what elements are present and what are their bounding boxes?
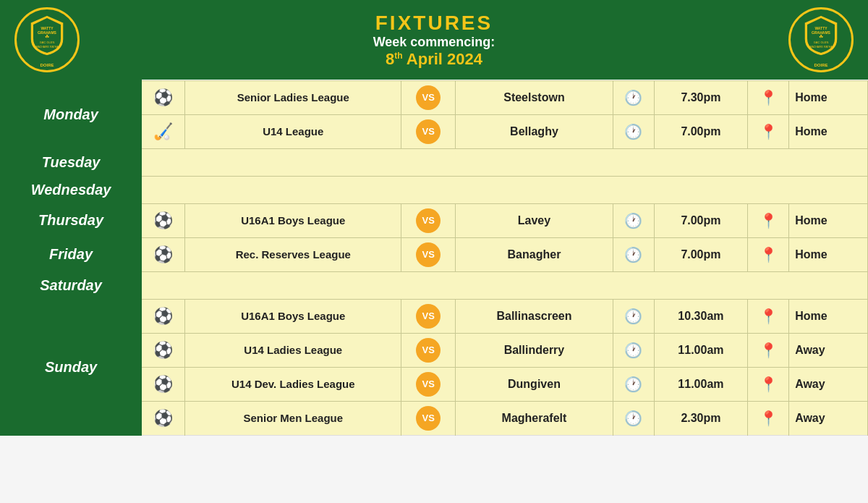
location-value: Away bbox=[789, 333, 868, 367]
location-value: Home bbox=[789, 299, 868, 333]
location-value: Away bbox=[789, 401, 868, 435]
svg-text:GAC GLEN: GAC GLEN bbox=[814, 41, 829, 44]
date-display: 8th April 2024 bbox=[373, 50, 495, 69]
fixtures-title: FIXTURES bbox=[373, 12, 495, 35]
time-value: 11.00am bbox=[654, 333, 747, 367]
opponent: Ballinascreen bbox=[456, 299, 613, 333]
table-row: Tuesday bbox=[1, 148, 868, 176]
sport-icon-football: ⚽ bbox=[141, 333, 185, 367]
league-name: U14 League bbox=[185, 114, 401, 148]
opponent: Dungiven bbox=[456, 367, 613, 401]
clock-icon: 🕐 bbox=[613, 80, 654, 114]
league-name: Senior Ladies League bbox=[185, 80, 401, 114]
location-icon: 📍 bbox=[748, 401, 789, 435]
opponent: Magherafelt bbox=[456, 401, 613, 435]
clock-icon: 🕐 bbox=[613, 114, 654, 148]
date-suffix: th bbox=[394, 50, 402, 60]
svg-text:GAC GLEN: GAC GLEN bbox=[40, 41, 55, 44]
league-name: U16A1 Boys League bbox=[185, 299, 401, 333]
day-friday: Friday bbox=[1, 237, 141, 271]
vs-badge: VS bbox=[416, 372, 441, 397]
location-value: Home bbox=[789, 80, 868, 114]
vs-badge: VS bbox=[416, 119, 441, 144]
location-icon: 📍 bbox=[748, 203, 789, 237]
league-name: U16A1 Boys League bbox=[185, 203, 401, 237]
time-value: 7.00pm bbox=[654, 114, 747, 148]
vs-cell: VS bbox=[401, 114, 456, 148]
svg-text:MACHAIRE RATHA: MACHAIRE RATHA bbox=[809, 46, 833, 48]
sport-icon-football: ⚽ bbox=[141, 237, 185, 271]
location-icon: 📍 bbox=[748, 237, 789, 271]
location-icon: 📍 bbox=[748, 80, 789, 114]
sport-icon-football: ⚽ bbox=[141, 401, 185, 435]
clock-icon: 🕐 bbox=[613, 367, 654, 401]
opponent: Ballinderry bbox=[456, 333, 613, 367]
vs-badge: VS bbox=[416, 242, 441, 267]
sport-icon-football: ⚽ bbox=[141, 299, 185, 333]
table-row: Thursday ⚽ U16A1 Boys League VS Lavey 🕐 … bbox=[1, 203, 868, 237]
league-name: U14 Dev. Ladies League bbox=[185, 367, 401, 401]
vs-cell: VS bbox=[401, 237, 456, 271]
opponent: Banagher bbox=[456, 237, 613, 271]
opponent: Lavey bbox=[456, 203, 613, 237]
time-value: 7.00pm bbox=[654, 237, 747, 271]
sport-icon-football: ⚽ bbox=[141, 367, 185, 401]
day-monday: Monday bbox=[1, 80, 141, 148]
location-value: Home bbox=[789, 237, 868, 271]
day-tuesday: Tuesday bbox=[1, 148, 141, 176]
day-sunday: Sunday bbox=[1, 299, 141, 435]
location-icon: 📍 bbox=[748, 367, 789, 401]
day-saturday: Saturday bbox=[1, 271, 141, 299]
vs-cell: VS bbox=[401, 401, 456, 435]
opponent: Bellaghy bbox=[456, 114, 613, 148]
location-value: Home bbox=[789, 114, 868, 148]
location-icon: 📍 bbox=[748, 114, 789, 148]
table-row: Sunday ⚽ U16A1 Boys League VS Ballinascr… bbox=[1, 299, 868, 333]
time-value: 10.30am bbox=[654, 299, 747, 333]
vs-cell: VS bbox=[401, 367, 456, 401]
location-icon: 📍 bbox=[748, 299, 789, 333]
time-value: 7.00pm bbox=[654, 203, 747, 237]
date-number: 8 bbox=[386, 50, 394, 68]
sport-icon-hurling: 🏑 bbox=[141, 114, 185, 148]
sport-icon-football: ⚽ bbox=[141, 203, 185, 237]
svg-text:MACHAIRE RATHA: MACHAIRE RATHA bbox=[35, 46, 59, 48]
logo-left: WATTY GRAHAMS ☘ GAC GLEN MACHAIRE RATHA … bbox=[14, 7, 80, 72]
sport-icon-football: ⚽ bbox=[141, 80, 185, 114]
logo-right: WATTY GRAHAMS ☘ GAC GLEN MACHAIRE RATHA … bbox=[788, 7, 854, 72]
location-icon: 📍 bbox=[748, 333, 789, 367]
location-value: Away bbox=[789, 367, 868, 401]
table-row: Monday ⚽ Senior Ladies League VS Steelst… bbox=[1, 80, 868, 114]
opponent: Steelstown bbox=[456, 80, 613, 114]
vs-cell: VS bbox=[401, 333, 456, 367]
day-thursday: Thursday bbox=[1, 203, 141, 237]
svg-text:☘: ☘ bbox=[45, 34, 49, 39]
vs-cell: VS bbox=[401, 299, 456, 333]
clock-icon: 🕐 bbox=[613, 299, 654, 333]
vs-badge: VS bbox=[416, 406, 441, 431]
vs-cell: VS bbox=[401, 203, 456, 237]
clock-icon: 🕐 bbox=[613, 203, 654, 237]
day-wednesday: Wednesday bbox=[1, 176, 141, 203]
league-name: Rec. Reserves League bbox=[185, 237, 401, 271]
league-name: Senior Men League bbox=[185, 401, 401, 435]
clock-icon: 🕐 bbox=[613, 237, 654, 271]
location-value: Home bbox=[789, 203, 868, 237]
week-label: Week commencing: bbox=[373, 35, 495, 50]
vs-badge: VS bbox=[416, 85, 441, 110]
time-value: 2.30pm bbox=[654, 401, 747, 435]
svg-text:☘: ☘ bbox=[819, 34, 823, 39]
table-row: Saturday bbox=[1, 271, 868, 299]
month-year: April 2024 bbox=[407, 50, 482, 68]
time-value: 7.30pm bbox=[654, 80, 747, 114]
league-name: U14 Ladies League bbox=[185, 333, 401, 367]
clock-icon: 🕐 bbox=[613, 333, 654, 367]
vs-badge: VS bbox=[416, 338, 441, 363]
vs-cell: VS bbox=[401, 80, 456, 114]
vs-badge: VS bbox=[416, 208, 441, 233]
vs-badge: VS bbox=[416, 304, 441, 329]
table-row: Wednesday bbox=[1, 176, 868, 203]
table-row: Friday ⚽ Rec. Reserves League VS Banaghe… bbox=[1, 237, 868, 271]
main-container: WATTY GRAHAMS ☘ GAC GLEN MACHAIRE RATHA … bbox=[0, 0, 868, 436]
time-value: 11.00am bbox=[654, 367, 747, 401]
